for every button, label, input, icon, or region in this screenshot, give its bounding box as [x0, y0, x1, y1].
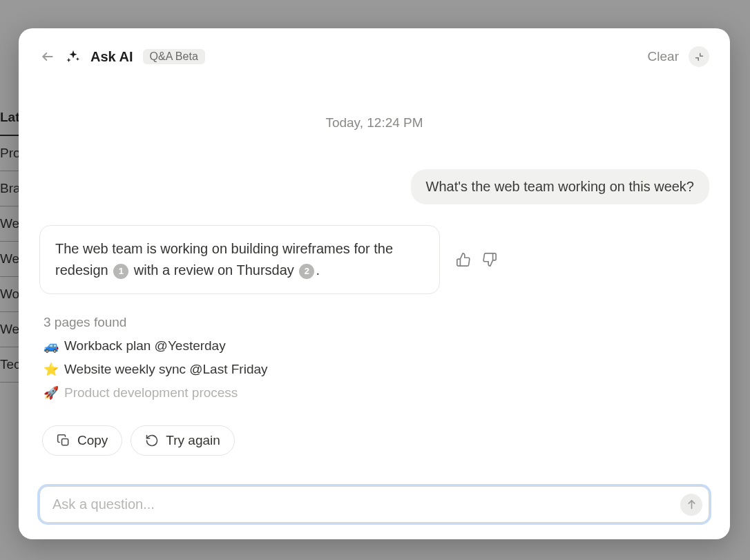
ai-text-part: with a review on Thursday	[134, 262, 294, 278]
sparkle-icon	[66, 49, 81, 64]
source-page-item[interactable]: 🚙 Workback plan @Yesterday	[39, 338, 709, 354]
user-message-bubble: What's the web team working on this week…	[411, 169, 709, 204]
collapse-button[interactable]	[689, 46, 709, 67]
copy-button[interactable]: Copy	[42, 425, 122, 456]
send-button[interactable]	[680, 494, 702, 516]
ai-response-row: The web team is working on building wire…	[39, 225, 709, 294]
beta-badge: Q&A Beta	[143, 49, 205, 64]
thumbs-down-button[interactable]	[480, 250, 499, 269]
ai-text-part: .	[316, 262, 320, 278]
copy-label: Copy	[77, 433, 108, 448]
try-again-label: Try again	[166, 433, 220, 448]
copy-icon	[57, 434, 70, 447]
ask-ai-modal: Ask AI Q&A Beta Clear Today, 12:24 PM Wh…	[19, 28, 730, 539]
page-emoji-icon: 🚙	[44, 338, 59, 354]
clear-button[interactable]: Clear	[648, 49, 679, 64]
source-page-item[interactable]: ⭐ Website weekly sync @Last Friday	[39, 362, 709, 377]
modal-header-right: Clear	[648, 46, 709, 67]
thumbs-up-button[interactable]	[454, 250, 473, 269]
pages-found-label: 3 pages found	[39, 315, 709, 330]
page-title: Product development process	[64, 385, 238, 400]
page-emoji-icon: ⭐	[44, 362, 59, 377]
svg-rect-1	[62, 439, 68, 445]
modal-header-left: Ask AI Q&A Beta	[39, 48, 205, 65]
page-title: Workback plan @Yesterday	[64, 338, 226, 354]
modal-header: Ask AI Q&A Beta Clear	[39, 46, 709, 67]
retry-icon	[145, 434, 159, 447]
ai-message-bubble: The web team is working on building wire…	[39, 225, 440, 294]
citation-badge[interactable]: 1	[113, 264, 128, 279]
input-row	[39, 486, 709, 523]
collapse-icon	[694, 52, 704, 62]
chat-body: Today, 12:24 PM What's the web team work…	[39, 74, 709, 472]
arrow-up-icon	[686, 499, 698, 510]
source-page-item[interactable]: 🚀 Product development process	[39, 385, 709, 400]
page-title: Website weekly sync @Last Friday	[64, 362, 268, 377]
action-buttons-row: Copy Try again	[39, 425, 709, 456]
try-again-button[interactable]: Try again	[131, 425, 235, 456]
modal-title: Ask AI	[90, 49, 133, 65]
citation-badge[interactable]: 2	[299, 264, 314, 279]
question-input[interactable]	[39, 486, 709, 523]
thumbs-up-icon	[456, 252, 471, 267]
feedback-icons	[454, 250, 499, 269]
page-emoji-icon: 🚀	[44, 385, 59, 400]
thumbs-down-icon	[482, 252, 497, 267]
timestamp-label: Today, 12:24 PM	[39, 115, 709, 131]
back-arrow-icon[interactable]	[39, 48, 56, 65]
